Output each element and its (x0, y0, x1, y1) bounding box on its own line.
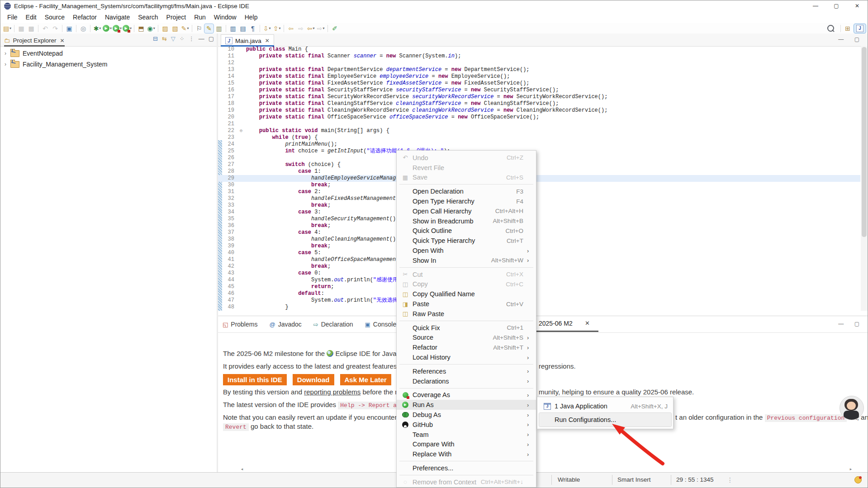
maximize-view-icon[interactable]: ▢ (209, 35, 214, 42)
link-with-editor-icon[interactable]: ⇆ (162, 35, 167, 42)
toolbar-forward-nav-icon[interactable]: ⇨▾ (316, 24, 325, 33)
button-install-in-this-ide[interactable]: Install in this IDE (223, 374, 287, 385)
toolbar-open-resource-icon[interactable]: ▧ (171, 24, 180, 33)
toolbar-run-icon[interactable]: ▶▾ (103, 24, 112, 33)
toolbar-new-wizard-icon[interactable]: ▤▾ (3, 24, 12, 33)
menu-refactor[interactable]: Refactor (69, 12, 101, 22)
toolbar-prev-annotation-icon[interactable]: ⇧▾ (272, 24, 281, 33)
toolbar-profile-icon[interactable]: ▶▾ (123, 24, 132, 33)
search-icon[interactable] (827, 25, 834, 32)
menu-item-copy-qualified-name[interactable]: ◫Copy Qualified Name (397, 289, 536, 299)
menu-item-preferences[interactable]: Preferences... (397, 463, 536, 473)
bottom-minmax-icons[interactable]: — ▢ (838, 321, 864, 327)
toolbar-forward-history-icon[interactable]: ⇨ (296, 24, 305, 33)
toolbar-search-flashlight-icon[interactable]: ⚐ (194, 24, 204, 33)
drag-handle-icon[interactable]: ⋮ (189, 35, 194, 42)
menu-item-paste[interactable]: ◨PasteCtrl+V (397, 299, 536, 309)
close-icon[interactable]: ✕ (60, 38, 65, 44)
menu-item-replace-with[interactable]: Replace With› (397, 449, 536, 459)
tab-main-java[interactable]: J Main.java ✕ (221, 34, 274, 47)
toolbar-show-selected-element-icon[interactable]: ▥ (228, 24, 237, 33)
minimize-button[interactable]: — (805, 0, 826, 11)
menu-item-team[interactable]: Team› (397, 430, 536, 440)
menu-help[interactable]: Help (241, 12, 262, 22)
close-button[interactable]: ✕ (847, 0, 868, 11)
button-ask-me-later[interactable]: Ask Me Later (340, 374, 391, 385)
menu-window[interactable]: Window (210, 12, 241, 22)
toolbar-last-edit-location-icon[interactable]: ✐ (330, 24, 339, 33)
menu-item-local-history[interactable]: Local History› (397, 352, 536, 362)
java-perspective-button[interactable]: J (854, 24, 866, 33)
submenu-item-1-java-application[interactable]: J1 Java ApplicationAlt+Shift+X, J (539, 399, 671, 413)
menu-run[interactable]: Run (190, 12, 210, 22)
toolbar-show-whitespace-icon[interactable]: ¶ (248, 24, 257, 33)
toolbar-annotate-icon[interactable]: ✎▾ (180, 24, 190, 33)
toolbar-highlight-toggle-icon[interactable]: ✎ (204, 24, 213, 33)
menu-project[interactable]: Project (162, 12, 190, 22)
toolbar-undo-icon[interactable]: ↶ (41, 24, 50, 33)
scroll-right-icon[interactable]: ▸ (848, 467, 854, 471)
menu-item-quick-fix[interactable]: Quick FixCtrl+1 (397, 323, 536, 333)
assistant-avatar[interactable] (840, 396, 864, 420)
code-editor[interactable]: 10public class Main {11 private static f… (218, 46, 860, 311)
toolbar-show-source-icon[interactable]: ▤ (238, 24, 247, 33)
menu-item-coverage-as[interactable]: Coverage As› (397, 390, 536, 400)
menu-item-raw-paste[interactable]: ◫Raw Paste (397, 309, 536, 319)
toolbar-debug-icon[interactable]: ✱▾ (93, 24, 102, 33)
menu-edit[interactable]: Edit (22, 12, 41, 22)
reporting-problems-link[interactable]: reporting problems (304, 388, 360, 396)
button-download[interactable]: Download (293, 374, 334, 385)
view-menu-icon[interactable]: ⁘ (180, 35, 185, 42)
tree-item-facility_management_system[interactable]: ›Facility_Management_System (0, 59, 217, 70)
menu-item-quick-outline[interactable]: Quick OutlineCtrl+O (397, 226, 536, 236)
expand-chevron-icon[interactable]: › (0, 61, 10, 67)
menu-item-refactor[interactable]: RefactorAlt+Shift+T› (397, 342, 536, 352)
toolbar-open-console-icon[interactable]: ▣ (65, 24, 74, 33)
menu-search[interactable]: Search (134, 12, 162, 22)
menu-item-show-in-breadcrumb[interactable]: Show in BreadcrumbAlt+Shift+B (397, 216, 536, 226)
tab-project-explorer[interactable]: 🗀 Project Explorer ✕ (4, 35, 65, 46)
notification-icon[interactable] (854, 476, 862, 483)
submenu-item-run-configurations[interactable]: Run Configurations... (539, 413, 671, 426)
status-drag-handle[interactable]: ⋮ (727, 476, 733, 483)
tree-item-eventnotepad[interactable]: ›EventNotepad (0, 48, 217, 59)
collapse-all-icon[interactable]: ⊟ (153, 35, 158, 42)
close-icon[interactable]: ✕ (585, 320, 590, 327)
expand-chevron-icon[interactable]: › (0, 50, 10, 57)
scroll-left-icon[interactable]: ◂ (239, 467, 245, 471)
menu-item-show-in[interactable]: Show InAlt+Shift+W› (397, 256, 536, 265)
editor-minmax-icons[interactable]: — ▢ (838, 36, 864, 43)
editor-vertical-scrollbar[interactable] (861, 46, 868, 311)
toolbar-save-icon[interactable]: ▦ (17, 24, 26, 33)
menu-item-source[interactable]: SourceAlt+Shift+S› (397, 333, 536, 343)
open-perspective-icon[interactable]: ⊞ (843, 24, 852, 33)
bottom-tab-declaration[interactable]: ⇨Declaration (313, 321, 353, 328)
toolbar-save-all-icon[interactable]: ▩ (27, 24, 36, 33)
menu-item-run-as[interactable]: ▶Run As› (397, 400, 536, 410)
toolbar-back-history-icon[interactable]: ⇦ (286, 24, 295, 33)
menu-item-open-declaration[interactable]: Open DeclarationF3 (397, 186, 536, 196)
toolbar-open-task-icon[interactable]: ▨ (161, 24, 170, 33)
bottom-tab-javadoc[interactable]: @Javadoc (269, 321, 301, 328)
close-icon[interactable]: ✕ (265, 38, 270, 44)
filter-icon[interactable]: ▽ (171, 35, 175, 42)
menu-item-open-type-hierarchy[interactable]: Open Type HierarchyF4 (397, 196, 536, 206)
menu-item-compare-with[interactable]: Compare With› (397, 440, 536, 450)
minimize-view-icon[interactable]: — (199, 35, 204, 42)
menu-item-references[interactable]: References› (397, 366, 536, 376)
bottom-tab-problems[interactable]: ◱Problems (223, 321, 257, 328)
toolbar-mark-occurrences-icon[interactable]: ▥ (214, 24, 223, 33)
menu-navigate[interactable]: Navigate (101, 12, 134, 22)
maximize-button[interactable]: ▢ (826, 0, 847, 11)
toolbar-next-annotation-icon[interactable]: ⇩▾ (262, 24, 271, 33)
toolbar-redo-icon[interactable]: ↷ (51, 24, 60, 33)
toolbar-new-java-project-icon[interactable]: ⬒ (137, 24, 146, 33)
toolbar-skip-breakpoints-icon[interactable]: ◎ (79, 24, 88, 33)
menu-source[interactable]: Source (41, 12, 69, 22)
project-tree[interactable]: ›EventNotepad›Facility_Management_System (0, 48, 217, 70)
menu-item-declarations[interactable]: Declarations› (397, 376, 536, 386)
menu-item-quick-type-hierarchy[interactable]: Quick Type HierarchyCtrl+T (397, 236, 536, 246)
menu-item-github[interactable]: GitHub› (397, 420, 536, 430)
toolbar-back-nav-icon[interactable]: ⇦▾ (306, 24, 315, 33)
menu-item-open-call-hierarchy[interactable]: Open Call HierarchyCtrl+Alt+H (397, 206, 536, 216)
